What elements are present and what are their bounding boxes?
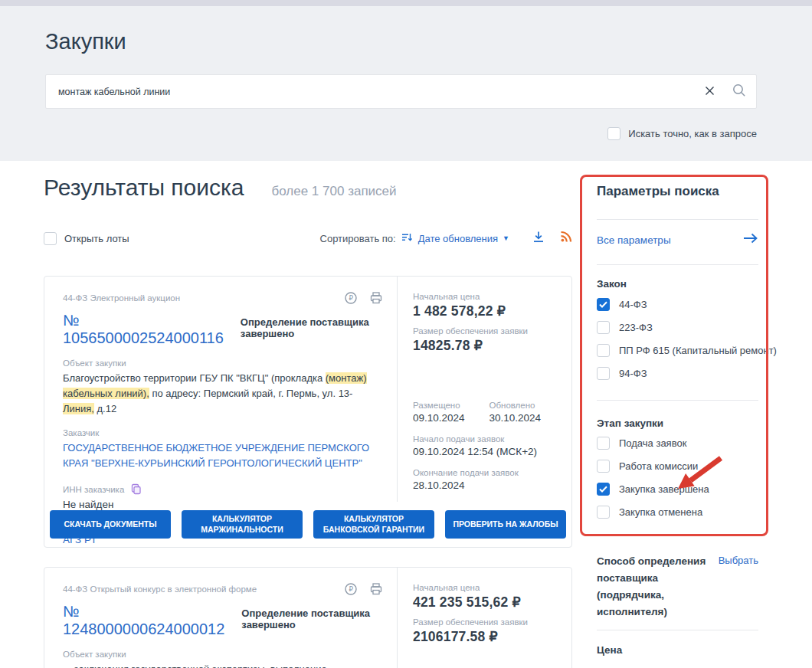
price-group-label: Цена (597, 644, 622, 656)
search-bar[interactable] (45, 74, 757, 109)
filter-option[interactable]: ПП РФ 615 (Капитальный ремонт) (597, 344, 773, 357)
exact-search-option[interactable]: Искать точно, как в запросе (607, 127, 757, 140)
copy-icon[interactable] (130, 483, 142, 495)
results-header: Результаты поиска более 1 700 записей (44, 175, 397, 201)
chevron-down-icon: ▼ (503, 234, 509, 242)
divider (597, 264, 758, 265)
updated-label: Обновлено (489, 401, 566, 410)
text-segment: ... заключения государственной экспертиз… (63, 663, 327, 668)
law-group-label: Закон (597, 278, 627, 290)
results-toolbar: Открыть лоты Сортировать по: Дате обновл… (44, 231, 572, 246)
supplier-method-filter: Способ определения поставщика (подрядчик… (597, 553, 758, 621)
filter-option[interactable]: 44-ФЗ (597, 298, 773, 311)
results-count: более 1 700 записей (272, 184, 397, 199)
bids-end-date: 28.10.2024 (413, 480, 565, 491)
checkbox-unchecked[interactable] (597, 437, 610, 450)
all-parameters-link[interactable]: Все параметры (597, 233, 758, 247)
card-action-button[interactable]: КАЛЬКУЛЯТОР МАРЖИНАЛЬНОСТИ (182, 510, 303, 539)
purchase-number-link[interactable]: № 1056500002524000116 (63, 312, 224, 347)
start-price-value: 421 235 515,62 ₽ (413, 594, 561, 611)
sort-direction-icon[interactable] (402, 231, 412, 245)
checkbox-unchecked[interactable] (597, 321, 610, 334)
filter-option[interactable]: Подача заявок (597, 437, 773, 450)
purchase-object-text: ... заключения государственной экспертиз… (63, 662, 383, 668)
download-results-button[interactable] (532, 231, 545, 246)
filter-option-label: Закупка завершена (619, 483, 709, 495)
choose-method-link[interactable]: Выбрать (719, 553, 758, 566)
filter-option-label: Закупка отменена (619, 506, 702, 518)
open-lots-checkbox[interactable] (44, 232, 57, 245)
open-lots-label: Открыть лоты (64, 233, 129, 244)
purchase-number-link[interactable]: № 1248000000624000012 (63, 603, 224, 638)
checkbox-checked[interactable] (597, 298, 610, 311)
sort-field-value: Дате обновления (418, 233, 498, 244)
sidebar-title: Параметры поиска (597, 184, 719, 199)
divider (597, 630, 758, 630)
deposit-value: 14825.78 ₽ (413, 338, 561, 354)
checkbox-unchecked[interactable] (597, 506, 610, 519)
start-price-label: Начальная цена (413, 583, 561, 592)
supplier-method-label: Способ определения поставщика (подрядчик… (597, 553, 718, 621)
filter-option-label: 223-ФЗ (619, 322, 653, 333)
print-icon[interactable] (369, 582, 383, 596)
procedure-type-label: 44-ФЗ Электронный аукцион (63, 291, 180, 303)
filter-option-label: ПП РФ 615 (Капитальный ремонт) (619, 345, 777, 356)
purchase-object-text: Благоустройство территории ГБУ ПК "ВКГЦ"… (63, 371, 383, 417)
arrow-right-icon (743, 233, 758, 247)
all-parameters-label: Все параметры (597, 234, 671, 246)
search-button[interactable] (722, 75, 756, 109)
filter-option-label: Работа комиссии (619, 460, 698, 472)
updated-date: 30.10.2024 (489, 412, 566, 424)
clear-search-button[interactable] (696, 75, 722, 109)
page-title: Закупки (45, 29, 126, 54)
sort-field-dropdown[interactable]: Дате обновления ▼ (418, 233, 509, 244)
customer-link[interactable]: ГОСУДАРСТВЕННОЕ БЮДЖЕТНОЕ УЧРЕЖДЕНИЕ ПЕР… (63, 440, 383, 471)
card-action-button[interactable]: СКАЧАТЬ ДОКУМЕНТЫ (50, 510, 171, 539)
deposit-label: Размер обеспечения заявки (413, 617, 561, 627)
exact-search-label: Искать точно, как в запросе (628, 128, 757, 139)
start-price-value: 1 482 578,22 ₽ (413, 303, 561, 319)
stage-options: Подача заявокРабота комиссииЗакупка заве… (597, 437, 773, 529)
bids-start-date: 09.10.2024 12:54 (МСК+2) (413, 446, 565, 457)
text-segment: Благоустройство территории ГБУ ПК "ВКГЦ"… (63, 372, 326, 384)
filter-option[interactable]: Работа комиссии (597, 460, 773, 473)
filter-option-label: 44-ФЗ (619, 299, 647, 310)
card-action-button[interactable]: ПРОВЕРИТЬ НА ЖАЛОБЫ (445, 510, 566, 539)
search-header-section: Закупки Искать точно, как в запросе (0, 6, 812, 161)
inn-value: Не найден (63, 499, 383, 510)
checkbox-unchecked[interactable] (597, 344, 610, 357)
stage-group-label: Этап закупки (597, 418, 663, 429)
sort-by-label: Сортировать по: (320, 233, 396, 244)
filter-option[interactable]: 94-ФЗ (597, 367, 773, 380)
purchase-status: Определение поставщика завершено (241, 607, 383, 630)
text-segment: д.12 (94, 403, 116, 414)
filter-option[interactable]: Закупка отменена (597, 506, 773, 519)
rss-feed-button[interactable] (560, 231, 572, 246)
result-card: 44-ФЗ Открытый конкурс в электронной фор… (44, 567, 572, 668)
price-analysis-icon[interactable]: ₽ (344, 291, 358, 305)
checkbox-checked[interactable] (597, 483, 610, 496)
deposit-value: 2106177.58 ₽ (413, 629, 561, 645)
text-segment: по адресу: Пермский край, г. Пермь, ул. … (149, 388, 353, 399)
procedure-type-label: 44-ФЗ Открытый конкурс в электронной фор… (63, 582, 257, 594)
filter-option[interactable]: 223-ФЗ (597, 321, 773, 334)
print-icon[interactable] (369, 291, 383, 305)
card-action-button[interactable]: КАЛЬКУЛЯТОР БАНКОВСКОЙ ГАРАНТИИ (313, 510, 434, 539)
exact-search-checkbox[interactable] (607, 127, 620, 140)
customer-label: Заказчик (63, 428, 383, 437)
open-lots-option[interactable]: Открыть лоты (44, 232, 129, 245)
placed-date: 09.10.2024 (413, 412, 489, 424)
purchase-status: Определение поставщика завершено (241, 316, 383, 339)
object-label: Объект закупки (63, 359, 383, 368)
checkbox-unchecked[interactable] (597, 367, 610, 380)
filter-option-label: 94-ФЗ (619, 368, 647, 379)
search-input[interactable] (46, 87, 696, 97)
deposit-label: Размер обеспечения заявки (413, 326, 561, 336)
bids-end-label: Окончание подачи заявок (413, 468, 565, 477)
price-analysis-icon[interactable]: ₽ (344, 582, 358, 596)
close-icon (705, 86, 715, 98)
svg-text:₽: ₽ (349, 585, 353, 593)
filter-option[interactable]: Закупка завершена (597, 483, 773, 496)
checkbox-unchecked[interactable] (597, 460, 610, 473)
placed-label: Размещено (413, 401, 489, 410)
